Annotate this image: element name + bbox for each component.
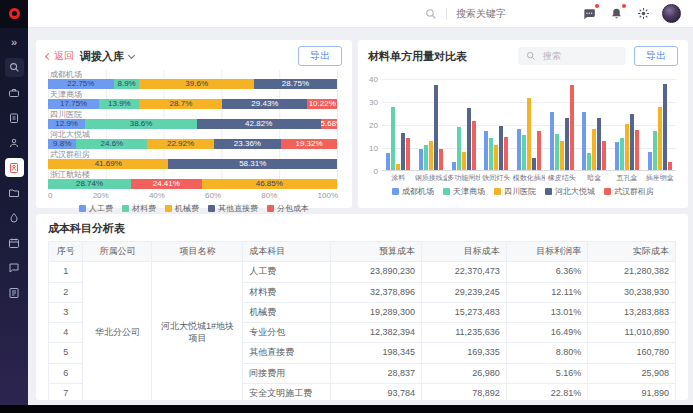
expand-icon[interactable]: » (5, 33, 24, 52)
report-icon[interactable] (5, 283, 24, 302)
bar-segment[interactable]: 23.36% (214, 139, 282, 149)
bar[interactable] (537, 131, 541, 170)
bar-segment[interactable]: 58.31% (168, 159, 337, 169)
bar-segment[interactable]: 42.82% (197, 119, 321, 129)
global-search-input[interactable] (454, 7, 524, 20)
bar[interactable] (602, 141, 606, 170)
bar[interactable] (668, 162, 672, 170)
bar[interactable] (620, 138, 624, 170)
bar-segment[interactable]: 24.41% (131, 179, 202, 189)
avatar[interactable] (662, 4, 681, 23)
bar-segment[interactable]: 39.6% (139, 79, 253, 89)
bar[interactable] (658, 107, 662, 170)
bar[interactable] (439, 149, 443, 170)
bar-segment[interactable]: 46.85% (202, 179, 337, 189)
bar[interactable] (472, 121, 476, 170)
bar[interactable] (499, 126, 503, 170)
folder-icon[interactable] (5, 183, 24, 202)
bar-segment[interactable]: 8.9% (114, 79, 140, 89)
bar[interactable] (648, 152, 652, 170)
bar-segment[interactable]: 13.9% (99, 99, 139, 109)
bar[interactable] (582, 112, 586, 170)
bar[interactable] (597, 118, 601, 170)
bar[interactable] (386, 153, 390, 170)
bar[interactable] (424, 145, 428, 170)
bar[interactable] (396, 164, 400, 170)
bar-segment[interactable]: 5.68% (321, 119, 337, 129)
bar[interactable] (452, 162, 456, 170)
bar[interactable] (522, 135, 526, 170)
bar-segment[interactable]: 41.69% (48, 159, 168, 169)
bar[interactable] (494, 145, 498, 170)
bar[interactable] (555, 134, 559, 170)
bar-segment[interactable]: 28.75% (254, 79, 337, 89)
panel-search[interactable] (518, 47, 626, 65)
bar[interactable] (653, 131, 657, 170)
bar[interactable] (504, 137, 508, 170)
schedule-icon[interactable] (5, 233, 24, 252)
library-icon[interactable] (5, 83, 24, 102)
bar-segment[interactable]: 38.6% (85, 119, 197, 129)
bar-segment[interactable]: 17.75% (48, 99, 99, 109)
bar-segment[interactable]: 28.74% (48, 179, 131, 189)
bar[interactable] (517, 129, 521, 170)
bar[interactable] (462, 152, 466, 170)
legend-item[interactable]: 其他直接费 (208, 203, 258, 214)
bar[interactable] (615, 142, 619, 170)
bar[interactable] (532, 158, 536, 170)
global-search[interactable] (423, 6, 524, 22)
export-button[interactable]: 导出 (634, 46, 678, 66)
bar[interactable] (434, 85, 438, 170)
bar[interactable] (406, 138, 410, 170)
panel-search-input[interactable] (541, 50, 611, 62)
legend-item[interactable]: 四川医院 (494, 186, 536, 197)
bar[interactable] (565, 118, 569, 170)
legend-item[interactable]: 天津商场 (443, 186, 485, 197)
material-icon[interactable] (5, 208, 24, 227)
legend-item[interactable]: 机械费 (165, 203, 199, 214)
bar-segment[interactable]: 12.9% (48, 119, 85, 129)
bar[interactable] (560, 141, 564, 170)
bar[interactable] (401, 133, 405, 170)
bar[interactable] (570, 85, 574, 170)
bar[interactable] (457, 127, 461, 170)
bar[interactable] (489, 138, 493, 170)
order-icon[interactable] (5, 108, 24, 127)
bar-segment[interactable]: 29.43% (222, 99, 307, 109)
message-icon[interactable] (5, 258, 24, 277)
bar[interactable] (429, 141, 433, 170)
bell-icon[interactable] (608, 6, 624, 22)
back-button[interactable]: 返回 (46, 49, 74, 63)
bar-segment[interactable]: 9.8% (48, 139, 76, 149)
legend-item[interactable]: 材料费 (122, 203, 156, 214)
bar-segment[interactable]: 10.22% (307, 99, 337, 109)
bar[interactable] (630, 114, 634, 170)
search-icon[interactable] (5, 58, 24, 77)
bar[interactable] (625, 124, 629, 170)
messages-icon[interactable] (581, 6, 597, 22)
bar-segment[interactable]: 19.32% (281, 139, 337, 149)
export-button[interactable]: 导出 (298, 46, 342, 66)
bar[interactable] (484, 131, 488, 170)
bar-segment[interactable]: 22.92% (147, 139, 213, 149)
legend-item[interactable]: 分包成本 (267, 203, 309, 214)
bar[interactable] (391, 107, 395, 170)
bar[interactable] (592, 129, 596, 170)
gear-icon[interactable] (635, 6, 651, 22)
legend-item[interactable]: 人工费 (79, 203, 113, 214)
bar[interactable] (635, 130, 639, 170)
bar-segment[interactable]: 24.6% (76, 139, 147, 149)
bar-segment[interactable]: 28.7% (139, 99, 222, 109)
chevron-down-icon[interactable] (128, 51, 135, 58)
bar[interactable] (550, 112, 554, 170)
bar[interactable] (527, 98, 531, 170)
legend-item[interactable]: 武汉群租房 (604, 186, 654, 197)
bar[interactable] (419, 149, 423, 170)
inventory-icon[interactable] (5, 158, 24, 177)
bar[interactable] (467, 108, 471, 170)
bar[interactable] (663, 84, 667, 170)
legend-item[interactable]: 河北大悦城 (545, 186, 595, 197)
bid-icon[interactable] (5, 133, 24, 152)
bar[interactable] (587, 153, 591, 170)
bar-segment[interactable]: 22.75% (48, 79, 114, 89)
